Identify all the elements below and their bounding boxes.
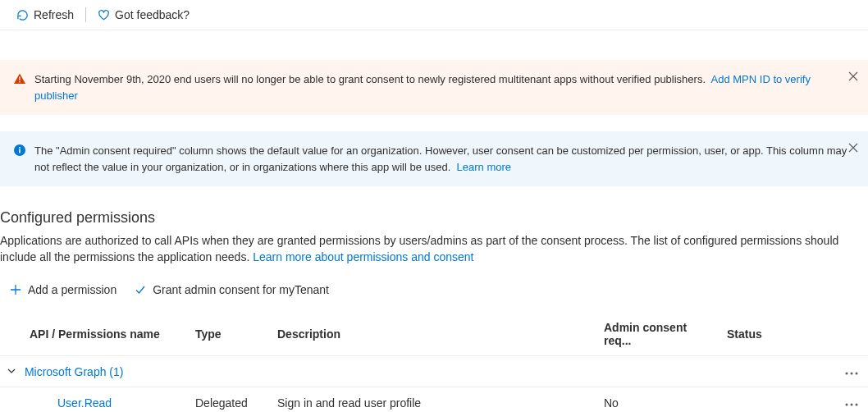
learn-more-link[interactable]: Learn more about permissions and consent [253,250,473,263]
refresh-icon [16,9,29,21]
permission-desc: Sign in and read user profile [271,387,597,412]
more-icon[interactable] [842,400,861,410]
svg-point-10 [856,404,858,406]
svg-point-7 [856,373,858,375]
permission-actions: Add a permission Grant admin consent for… [0,280,868,300]
warning-icon [13,72,26,90]
feedback-button[interactable]: Got feedback? [88,7,199,23]
section-title: Configured permissions [0,209,868,227]
close-icon[interactable] [847,140,860,159]
col-header-desc[interactable]: Description [271,314,597,356]
permission-type: Delegated [189,387,271,412]
check-icon [135,284,146,295]
info-icon [13,144,26,162]
permission-name[interactable]: User.Read [57,396,112,410]
col-header-status[interactable]: Status [720,314,835,356]
warning-text: Starting November 9th, 2020 end users wi… [34,73,706,85]
permission-admin: No [597,387,720,412]
close-icon[interactable] [847,68,860,88]
api-group-name[interactable]: Microsoft Graph (1) [25,365,124,378]
svg-point-5 [846,373,848,375]
api-group-row[interactable]: Microsoft Graph (1) [0,356,868,387]
col-header-type[interactable]: Type [189,314,271,356]
add-permission-label: Add a permission [28,283,116,296]
col-header-admin[interactable]: Admin consent req... [597,314,720,356]
table-row[interactable]: User.Read Delegated Sign in and read use… [0,387,868,412]
toolbar-separator [85,7,86,22]
svg-point-6 [851,373,853,375]
grant-consent-button[interactable]: Grant admin consent for myTenant [131,280,332,300]
plus-icon [10,284,21,295]
info-link[interactable]: Learn more [457,161,511,173]
section-description: Applications are authorized to call APIs… [0,233,868,265]
svg-point-9 [851,404,853,406]
refresh-label: Refresh [34,8,74,21]
info-text: The "Admin consent required" column show… [34,144,847,173]
permissions-table: API / Permissions name Type Description … [0,314,868,412]
more-icon[interactable] [842,369,861,378]
svg-rect-3 [19,149,21,153]
feedback-label: Got feedback? [115,8,190,21]
info-banner: The "Admin consent required" column show… [0,131,868,186]
svg-rect-0 [19,77,20,81]
heart-icon [98,9,110,21]
refresh-button[interactable]: Refresh [7,7,84,23]
svg-rect-4 [19,147,21,149]
toolbar: Refresh Got feedback? [0,0,868,30]
chevron-down-icon [7,366,16,376]
svg-rect-1 [19,81,20,82]
grant-consent-label: Grant admin consent for myTenant [153,283,329,296]
svg-point-8 [846,404,848,406]
warning-banner: Starting November 9th, 2020 end users wi… [0,60,868,115]
add-permission-button[interactable]: Add a permission [7,280,120,300]
col-header-name[interactable]: API / Permissions name [0,314,189,356]
permission-status [720,387,835,412]
configured-permissions-section: Configured permissions Applications are … [0,186,868,412]
